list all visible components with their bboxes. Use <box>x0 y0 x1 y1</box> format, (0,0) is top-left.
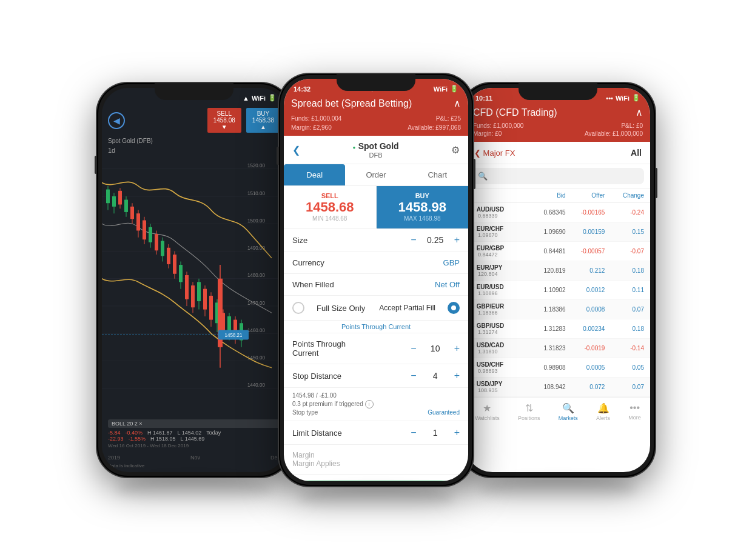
market-row[interactable]: ● EUR/GBP 0.84472 0.84481 -0.00057 -0.07 <box>466 242 650 261</box>
chart-sell-arrow: ▼ <box>213 124 235 130</box>
more-label: More <box>628 415 641 421</box>
tab-deal[interactable]: Deal <box>284 164 345 185</box>
stop-type-value: Guaranteed <box>428 408 460 417</box>
chart-back-button[interactable]: ◀ <box>108 112 125 129</box>
deal-form: Size − 0.25 + Currency GBP Whe <box>284 228 468 481</box>
bet-close-icon[interactable]: ∧ <box>454 98 461 109</box>
market-row[interactable]: ● GBP/USD 1.31274 1.31283 0.00234 0.18 <box>466 319 650 339</box>
size-decrement[interactable]: − <box>411 235 416 245</box>
full-size-radio[interactable] <box>292 302 304 314</box>
limit-distance-row: Limit Distance − 1 + <box>284 421 468 445</box>
nav-markets[interactable]: 🔍 Markets <box>559 402 578 421</box>
svg-rect-48 <box>191 285 195 307</box>
cfd-status-icons: ••• WiFi 🔋 <box>606 94 640 102</box>
market-row[interactable]: ● EUR/CHF 1.09670 1.09690 0.00159 0.15 <box>466 222 650 242</box>
svg-rect-24 <box>118 191 122 205</box>
col-pair <box>472 192 526 199</box>
nav-more[interactable]: ••• More <box>628 402 641 421</box>
instrument-bar: ❮ ● Spot Gold DFB ⚙ <box>284 136 468 164</box>
accept-label: Accept Partial Fill <box>379 304 435 312</box>
instrument-settings-icon[interactable]: ⚙ <box>451 144 460 156</box>
svg-rect-44 <box>179 265 183 282</box>
svg-text:1460.00: 1460.00 <box>247 327 265 333</box>
market-row[interactable]: ● EUR/USD 1.10896 1.10902 0.0012 0.11 <box>466 281 650 300</box>
market-filter-label: All <box>631 148 642 158</box>
stop-distance-label: Stop Distance <box>292 372 341 381</box>
market-row[interactable]: ● USD/JPY 108.935 108.942 0.072 0.07 <box>466 378 650 397</box>
market-row[interactable]: ● EUR/JPY 120.804 120.819 0.212 0.18 <box>466 261 650 281</box>
watchlists-icon: ★ <box>483 402 491 414</box>
size-row: Size − 0.25 + <box>284 228 468 252</box>
market-table-header: Bid Offer Change <box>466 188 650 203</box>
nav-watchlists[interactable]: ★ Watchlists <box>475 402 500 421</box>
svg-text:1458.21: 1458.21 <box>225 332 243 338</box>
accept-radio[interactable] <box>448 302 460 314</box>
points-through-label: Points Through Current <box>284 321 468 333</box>
stop-type-label: Stop type <box>292 409 318 416</box>
chart-bottom: BOLL 20 2 × -5.84 -0.40% H 1461.87 L 145… <box>102 416 286 453</box>
chart-timeframe: 1d <box>102 145 286 155</box>
when-filled-value: Net Off <box>435 280 460 289</box>
pair-cell: ● USD/JPY 108.935 <box>472 381 526 393</box>
chart-area[interactable]: 1520.00 1510.00 1500.00 1490.00 1480.00 … <box>102 155 286 416</box>
col-offer: Offer <box>566 192 605 199</box>
limit-distance-value: 1 <box>426 428 445 438</box>
chart-sell-buy: SELL 1458.08 ▼ BUY 1458.38 ▲ <box>207 108 280 133</box>
sell-label: SELL <box>289 192 371 199</box>
chart-status-icons: ▲ WiFi 🔋 <box>243 94 277 102</box>
sell-buy-prices: SELL 1458.68 MIN 1448.68 BUY 1458.98 MAX… <box>284 186 468 228</box>
chart-screen: ▲ WiFi 🔋 ◀ SELL 1458.08 ▼ <box>102 88 286 472</box>
center-phone: 14:32 ↑ WiFi 🔋 Spread bet (Spread Bettin… <box>279 74 473 486</box>
market-row[interactable]: ● AUD/USD 0.68339 0.68345 -0.00165 -0.24 <box>466 203 650 222</box>
market-back-button[interactable]: ❮ Major FX <box>474 148 515 158</box>
place-deal-button[interactable]: Place Deal <box>292 481 460 481</box>
pair-cell: ● AUD/USD 0.68339 <box>472 206 526 219</box>
stop-decrement[interactable]: − <box>411 370 416 381</box>
points-decrement[interactable]: − <box>411 343 416 354</box>
cfd-funds-row1: Funds: £1,000,000 P&L: £0 <box>466 122 650 130</box>
pair-cell: ● EUR/USD 1.10896 <box>472 284 526 296</box>
stop-info-price: 1454.98 / -£1.00 <box>292 392 460 400</box>
chart-date-axis: 2019 Nov Dec <box>102 453 286 462</box>
search-input[interactable]: 🔍 <box>472 168 644 184</box>
cfd-close-icon[interactable]: ∧ <box>636 107 643 118</box>
chart-buy-box[interactable]: BUY 1458.38 ▲ <box>246 108 280 133</box>
svg-rect-36 <box>155 234 158 250</box>
stop-distance-value: 4 <box>426 371 445 381</box>
markets-label: Markets <box>559 415 578 421</box>
chart-stats-row1: -5.84 -0.40% H 1461.87 L 1454.02 Today <box>108 430 280 436</box>
more-icon: ••• <box>629 402 640 413</box>
cfd-status-time: 10:11 <box>475 95 492 102</box>
bet-status-time: 14:32 <box>294 85 311 93</box>
instrument-name-main: Spot Gold <box>358 141 399 151</box>
instrument-sub: DFB <box>300 152 451 159</box>
instrument-back-icon[interactable]: ❮ <box>292 144 300 156</box>
nav-alerts[interactable]: 🔔 Alerts <box>596 402 610 421</box>
svg-text:1500.00: 1500.00 <box>247 217 265 224</box>
tab-order[interactable]: Order <box>345 164 406 185</box>
nav-positions[interactable]: ⇅ Positions <box>518 402 540 421</box>
size-label: Size <box>292 236 307 245</box>
chart-sell-box[interactable]: SELL 1458.08 ▼ <box>207 108 241 133</box>
limit-increment[interactable]: + <box>454 427 460 438</box>
limit-decrement[interactable]: − <box>411 427 416 438</box>
bet-funds-row1: Funds: £1,000,004 P&L: £25 <box>284 114 468 123</box>
stop-increment[interactable]: + <box>454 370 460 381</box>
sell-price-box[interactable]: SELL 1458.68 MIN 1448.68 <box>284 186 377 228</box>
size-increment[interactable]: + <box>454 235 460 245</box>
info-icon[interactable]: i <box>365 400 374 408</box>
market-row[interactable]: ● GBP/EUR 1.18366 1.18386 0.0008 0.07 <box>466 300 650 319</box>
chart-header: ◀ SELL 1458.08 ▼ BUY 1458.38 ▲ <box>102 104 286 136</box>
bet-title: Spread bet (Spread Betting) <box>291 98 412 109</box>
search-icon: 🔍 <box>478 172 488 181</box>
tab-chart[interactable]: Chart <box>407 164 468 185</box>
stop-stepper: − 4 + <box>411 370 460 381</box>
svg-rect-52 <box>203 289 207 310</box>
market-row[interactable]: ● USD/CAD 1.31810 1.31823 -0.0019 -0.14 <box>466 339 650 358</box>
points-increment[interactable]: + <box>454 343 460 354</box>
svg-rect-34 <box>149 227 152 242</box>
chart-stats-row2: -22.93 -1.55% H 1518.05 L 1445.69 <box>108 436 280 442</box>
svg-rect-38 <box>161 241 164 256</box>
market-row[interactable]: ● USD/CHF 0.98893 0.98908 0.0005 0.05 <box>466 358 650 378</box>
buy-price-box[interactable]: BUY 1458.98 MAX 1468.98 <box>377 186 469 228</box>
